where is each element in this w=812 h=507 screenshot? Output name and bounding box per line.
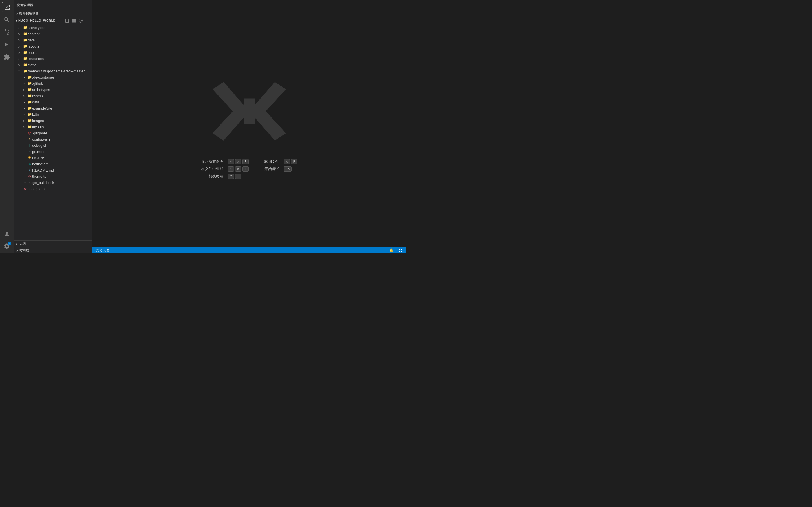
- folder-icon: 📁: [22, 63, 28, 67]
- key-badge: ⌘: [235, 166, 241, 172]
- tree-item-themes[interactable]: ▾ 📁 themes / hugo-theme-stack-master: [13, 68, 93, 74]
- tree-item-github[interactable]: ▷ 📁 .github: [13, 80, 93, 87]
- extensions-activity-icon[interactable]: [2, 52, 12, 62]
- shortcut-keys-5: ^ `: [228, 174, 249, 179]
- main-content: 显示所有命令 ⇧ ⌘ P 转到文件 ⌘ P 在文件中查找 ⇧ ⌘ F 开始调试 …: [93, 0, 406, 253]
- timeline-header[interactable]: ▷ 时间线: [13, 247, 93, 253]
- status-right: 🔔: [388, 247, 406, 253]
- tree-item-config-toml[interactable]: ▷ ⚙ config.toml: [13, 186, 93, 192]
- tree-item-config-yaml[interactable]: ▷ ! config.yaml: [13, 136, 93, 142]
- tree-item-theme-toml[interactable]: ▷ ⚙ theme.toml: [13, 173, 93, 179]
- tree-item-readme[interactable]: ▷ ℹ README.md: [13, 167, 93, 173]
- tree-item-archetypes-root[interactable]: ▷ 📁 archetypes: [13, 24, 93, 31]
- sidebar: 资源管理器 ··· ▷ 打开的编辑器 ▾ HUGO_HELLO_WORLD: [13, 0, 93, 253]
- yaml-icon: !: [27, 137, 32, 141]
- shortcuts-table: 显示所有命令 ⇧ ⌘ P 转到文件 ⌘ P 在文件中查找 ⇧ ⌘ F 开始调试 …: [201, 159, 297, 179]
- tree-item-netlify[interactable]: ▷ ◈ netlify.toml: [13, 161, 93, 167]
- shortcut-keys-4: F5: [284, 166, 297, 172]
- bell-icon: 🔔: [389, 248, 394, 252]
- folder-icon: 📁: [22, 32, 28, 36]
- settings-activity-icon[interactable]: 1: [2, 241, 12, 251]
- tree-item-assets[interactable]: ▷ 📁 assets: [13, 93, 93, 99]
- tree-item-layouts-root[interactable]: ▷ 📁 layouts: [13, 43, 93, 49]
- folder-icon: 📁: [27, 125, 32, 129]
- key-badge: P: [243, 159, 249, 164]
- tree-item-images[interactable]: ▷ 📁 images: [13, 117, 93, 124]
- warning-icon: △: [103, 248, 106, 252]
- folder-icon: 📁: [22, 57, 28, 61]
- run-activity-icon[interactable]: [2, 40, 12, 50]
- search-activity-icon[interactable]: [2, 15, 12, 25]
- info-icon: ℹ: [27, 168, 32, 172]
- toml-root-icon: ⚙: [22, 187, 28, 191]
- error-count[interactable]: ⓪ 0 △ 0: [95, 247, 110, 253]
- license-icon: 🏆: [27, 156, 32, 159]
- folder-icon: 📁: [22, 38, 28, 42]
- collapse-header-icon[interactable]: [85, 18, 90, 23]
- open-editors-header[interactable]: ▷ 打开的编辑器: [13, 10, 93, 17]
- folder-icon: 📁: [22, 50, 28, 54]
- cmd-label-1: 显示所有命令: [201, 159, 223, 164]
- toml-icon: ⚙: [27, 174, 32, 178]
- git-icon: ◎: [27, 131, 32, 135]
- sh-icon: $: [27, 144, 32, 147]
- key-badge: F5: [284, 166, 292, 172]
- folder-icon: 📁: [27, 112, 32, 116]
- activity-bar: 1: [0, 0, 13, 253]
- tree-item-devcontainer[interactable]: ▷ 📁 .devcontainer: [13, 74, 93, 80]
- tree-item-resources[interactable]: ▷ 📁 resources: [13, 55, 93, 62]
- sidebar-bottom: ▷ 大纲 ▷ 时间线: [13, 240, 93, 253]
- error-icon: ⓪: [96, 248, 99, 253]
- lock-icon: ≡: [22, 180, 28, 184]
- folder-icon: 📁: [22, 44, 28, 48]
- folder-icon: 📁: [27, 88, 32, 92]
- tree-item-debug-sh[interactable]: ▷ $ debug.sh: [13, 142, 93, 149]
- folder-icon: 📁: [27, 94, 32, 98]
- explorer-activity-icon[interactable]: [2, 2, 12, 12]
- tree-item-hugo-lock[interactable]: ▷ ≡ .hugo_build.lock: [13, 179, 93, 186]
- status-left: ⓪ 0 △ 0: [93, 247, 110, 253]
- key-badge: F: [243, 166, 249, 172]
- tree-item-layouts-nested[interactable]: ▷ 📁 layouts: [13, 124, 93, 130]
- tree-item-data-root[interactable]: ▷ 📁 data: [13, 37, 93, 43]
- folder-icon: 📁: [27, 75, 32, 79]
- tree-item-public[interactable]: ▷ 📁 public: [13, 49, 93, 55]
- folder-icon: 📁: [27, 81, 32, 86]
- account-activity-icon[interactable]: [2, 229, 12, 239]
- layout-icon: [398, 248, 403, 252]
- project-chevron: ▾: [16, 19, 17, 22]
- cmd-label-4: 开始调试: [264, 166, 279, 172]
- shortcut-keys-3: ⇧ ⌘ F: [228, 166, 249, 172]
- new-file-header-icon[interactable]: [64, 18, 70, 23]
- project-header[interactable]: ▾ HUGO_HELLO_WORLD: [13, 17, 93, 24]
- folder-icon: 📁: [22, 25, 28, 30]
- tree-item-gitignore[interactable]: ▷ ◎ .gitignore: [13, 130, 93, 136]
- file-tree: ▷ 📁 archetypes ▷ 📁 content ▷ 📁 data ▷ 📁 …: [13, 24, 93, 240]
- source-control-activity-icon[interactable]: [2, 27, 12, 37]
- tree-item-archetypes-nested[interactable]: ▷ 📁 archetypes: [13, 87, 93, 93]
- tree-item-content[interactable]: ▷ 📁 content: [13, 31, 93, 37]
- tree-item-data-nested[interactable]: ▷ 📁 data: [13, 99, 93, 105]
- tree-item-license[interactable]: ▷ 🏆 LICENSE: [13, 155, 93, 161]
- sidebar-title: 资源管理器 ···: [13, 0, 93, 10]
- new-folder-header-icon[interactable]: [71, 18, 77, 23]
- key-badge: ⌘: [235, 159, 241, 164]
- key-badge: `: [235, 174, 241, 179]
- refresh-header-icon[interactable]: [78, 18, 84, 23]
- cmd-label-3: 在文件中查找: [201, 166, 223, 172]
- tree-item-examplesite[interactable]: ▷ 📁 exampleSite: [13, 105, 93, 111]
- key-badge: ⇧: [228, 166, 234, 172]
- outline-header[interactable]: ▷ 大纲: [13, 240, 93, 247]
- folder-icon: 📁: [27, 100, 32, 104]
- open-editors-chevron: ▷: [16, 12, 18, 15]
- tree-item-go-mod[interactable]: ▷ ≡ go.mod: [13, 149, 93, 155]
- layout-icon-btn[interactable]: [397, 247, 404, 253]
- folder-icon: 📁: [27, 106, 32, 110]
- folder-icon: 📁: [27, 119, 32, 122]
- tree-item-static[interactable]: ▷ 📁 static: [13, 62, 93, 68]
- notification-bell[interactable]: 🔔: [388, 247, 395, 253]
- more-options-icon[interactable]: ···: [84, 2, 89, 8]
- key-badge: ⌘: [284, 159, 290, 164]
- key-badge: ^: [228, 174, 234, 179]
- tree-item-i18n[interactable]: ▷ 📁 i18n: [13, 111, 93, 117]
